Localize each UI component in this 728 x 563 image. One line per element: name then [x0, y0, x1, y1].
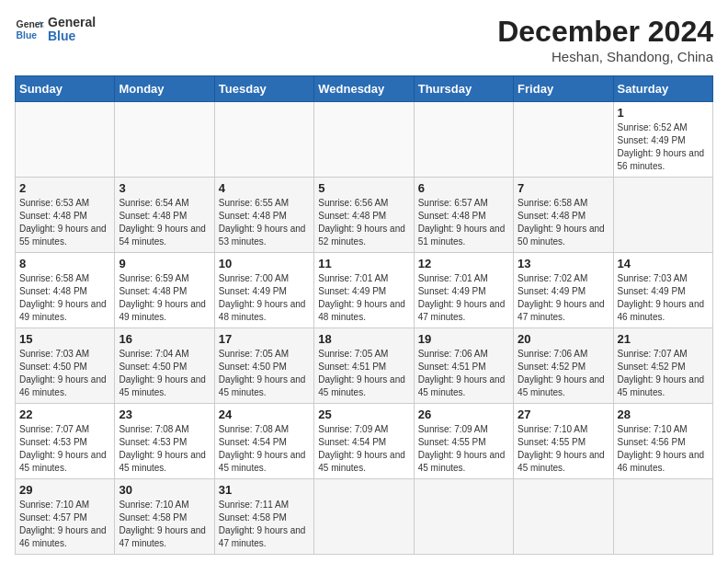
- calendar-cell: [414, 102, 513, 178]
- calendar-header-wednesday: Wednesday: [314, 76, 414, 102]
- calendar-cell: [314, 102, 414, 178]
- day-detail: Sunrise: 6:58 AMSunset: 4:48 PMDaylight:…: [518, 197, 609, 248]
- day-detail: Sunrise: 7:05 AMSunset: 4:50 PMDaylight:…: [219, 348, 310, 399]
- calendar-cell: 17Sunrise: 7:05 AMSunset: 4:50 PMDayligh…: [214, 328, 313, 404]
- day-number: 11: [318, 257, 409, 270]
- day-detail: Sunrise: 6:52 AMSunset: 4:49 PMDaylight:…: [618, 121, 709, 173]
- day-detail: Sunrise: 6:56 AMSunset: 4:48 PMDaylight:…: [318, 197, 409, 248]
- calendar-cell: [613, 479, 712, 555]
- day-number: 8: [19, 257, 110, 270]
- title-block: December 2024 Heshan, Shandong, China: [497, 15, 713, 64]
- day-detail: Sunrise: 7:02 AMSunset: 4:49 PMDaylight:…: [518, 272, 609, 324]
- calendar-cell: 16Sunrise: 7:04 AMSunset: 4:50 PMDayligh…: [115, 328, 214, 404]
- day-detail: Sunrise: 7:08 AMSunset: 4:53 PMDaylight:…: [119, 423, 210, 475]
- calendar-week-4: 15Sunrise: 7:03 AMSunset: 4:50 PMDayligh…: [16, 328, 713, 404]
- calendar-cell: 6Sunrise: 6:57 AMSunset: 4:48 PMDaylight…: [414, 178, 513, 253]
- page-header: General Blue General Blue December 2024 …: [15, 15, 713, 64]
- calendar-cell: 10Sunrise: 7:00 AMSunset: 4:49 PMDayligh…: [214, 253, 313, 328]
- calendar-cell: 7Sunrise: 6:58 AMSunset: 4:48 PMDaylight…: [514, 178, 613, 253]
- calendar-cell: [613, 178, 712, 253]
- calendar-cell: [514, 479, 613, 555]
- day-number: 20: [518, 332, 609, 346]
- logo-icon: General Blue: [15, 15, 44, 44]
- day-detail: Sunrise: 6:58 AMSunset: 4:48 PMDaylight:…: [19, 272, 110, 324]
- day-detail: Sunrise: 7:03 AMSunset: 4:49 PMDaylight:…: [618, 272, 709, 324]
- calendar-cell: 9Sunrise: 6:59 AMSunset: 4:48 PMDaylight…: [115, 253, 214, 328]
- calendar-cell: 12Sunrise: 7:01 AMSunset: 4:49 PMDayligh…: [414, 253, 513, 328]
- logo-general-text: General: [48, 16, 96, 29]
- day-number: 6: [418, 181, 509, 195]
- month-year: December 2024: [497, 15, 713, 49]
- calendar-cell: 30Sunrise: 7:10 AMSunset: 4:58 PMDayligh…: [115, 479, 214, 555]
- day-detail: Sunrise: 7:00 AMSunset: 4:49 PMDaylight:…: [219, 272, 310, 324]
- calendar-cell: 13Sunrise: 7:02 AMSunset: 4:49 PMDayligh…: [514, 253, 613, 328]
- calendar-cell: 2Sunrise: 6:53 AMSunset: 4:48 PMDaylight…: [16, 178, 115, 253]
- calendar-week-1: 1Sunrise: 6:52 AMSunset: 4:49 PMDaylight…: [16, 102, 713, 178]
- day-detail: Sunrise: 6:59 AMSunset: 4:48 PMDaylight:…: [119, 272, 210, 324]
- calendar-cell: 26Sunrise: 7:09 AMSunset: 4:55 PMDayligh…: [414, 404, 513, 479]
- day-number: 13: [518, 257, 609, 270]
- day-number: 9: [119, 257, 210, 270]
- day-number: 21: [618, 332, 709, 346]
- day-detail: Sunrise: 7:01 AMSunset: 4:49 PMDaylight:…: [418, 272, 509, 324]
- calendar-cell: 23Sunrise: 7:08 AMSunset: 4:53 PMDayligh…: [115, 404, 214, 479]
- calendar-cell: [214, 102, 313, 178]
- day-number: 15: [19, 332, 110, 346]
- calendar-cell: 11Sunrise: 7:01 AMSunset: 4:49 PMDayligh…: [314, 253, 414, 328]
- day-detail: Sunrise: 7:10 AMSunset: 4:56 PMDaylight:…: [618, 423, 709, 475]
- day-detail: Sunrise: 7:06 AMSunset: 4:51 PMDaylight:…: [418, 348, 509, 399]
- day-detail: Sunrise: 7:10 AMSunset: 4:58 PMDaylight:…: [119, 499, 210, 550]
- calendar-cell: 1Sunrise: 6:52 AMSunset: 4:49 PMDaylight…: [613, 102, 712, 178]
- day-number: 16: [119, 332, 210, 346]
- day-number: 3: [119, 181, 210, 195]
- calendar-header-tuesday: Tuesday: [214, 76, 313, 102]
- day-detail: Sunrise: 7:09 AMSunset: 4:55 PMDaylight:…: [418, 423, 509, 475]
- day-number: 23: [119, 408, 210, 421]
- day-detail: Sunrise: 7:11 AMSunset: 4:58 PMDaylight:…: [219, 499, 310, 550]
- calendar-cell: 3Sunrise: 6:54 AMSunset: 4:48 PMDaylight…: [115, 178, 214, 253]
- calendar-cell: [115, 102, 214, 178]
- calendar-cell: 20Sunrise: 7:06 AMSunset: 4:52 PMDayligh…: [514, 328, 613, 404]
- day-number: 30: [119, 483, 210, 497]
- svg-text:Blue: Blue: [17, 30, 38, 40]
- calendar-cell: 24Sunrise: 7:08 AMSunset: 4:54 PMDayligh…: [214, 404, 313, 479]
- calendar-header-monday: Monday: [115, 76, 214, 102]
- day-number: 22: [19, 408, 110, 421]
- day-number: 19: [418, 332, 509, 346]
- day-detail: Sunrise: 6:54 AMSunset: 4:48 PMDaylight:…: [119, 197, 210, 248]
- day-detail: Sunrise: 7:04 AMSunset: 4:50 PMDaylight:…: [119, 348, 210, 399]
- logo-blue-text: Blue: [48, 29, 96, 43]
- day-detail: Sunrise: 7:06 AMSunset: 4:52 PMDaylight:…: [518, 348, 609, 399]
- day-detail: Sunrise: 6:55 AMSunset: 4:48 PMDaylight:…: [219, 197, 310, 248]
- calendar-table: SundayMondayTuesdayWednesdayThursdayFrid…: [15, 75, 713, 555]
- location: Heshan, Shandong, China: [497, 49, 713, 64]
- day-detail: Sunrise: 7:01 AMSunset: 4:49 PMDaylight:…: [318, 272, 409, 324]
- day-number: 12: [418, 257, 509, 270]
- calendar-cell: 8Sunrise: 6:58 AMSunset: 4:48 PMDaylight…: [16, 253, 115, 328]
- day-number: 24: [219, 408, 310, 421]
- day-number: 31: [219, 483, 310, 497]
- day-detail: Sunrise: 7:10 AMSunset: 4:55 PMDaylight:…: [518, 423, 609, 475]
- calendar-cell: 15Sunrise: 7:03 AMSunset: 4:50 PMDayligh…: [16, 328, 115, 404]
- calendar-header-row: SundayMondayTuesdayWednesdayThursdayFrid…: [16, 76, 713, 102]
- day-number: 18: [318, 332, 409, 346]
- calendar-week-2: 2Sunrise: 6:53 AMSunset: 4:48 PMDaylight…: [16, 178, 713, 253]
- calendar-cell: [414, 479, 513, 555]
- day-number: 17: [219, 332, 310, 346]
- day-detail: Sunrise: 7:07 AMSunset: 4:52 PMDaylight:…: [618, 348, 709, 399]
- day-detail: Sunrise: 6:57 AMSunset: 4:48 PMDaylight:…: [418, 197, 509, 248]
- day-number: 2: [19, 181, 110, 195]
- day-detail: Sunrise: 7:07 AMSunset: 4:53 PMDaylight:…: [19, 423, 110, 475]
- calendar-cell: 29Sunrise: 7:10 AMSunset: 4:57 PMDayligh…: [16, 479, 115, 555]
- calendar-cell: 19Sunrise: 7:06 AMSunset: 4:51 PMDayligh…: [414, 328, 513, 404]
- day-number: 28: [618, 408, 709, 421]
- calendar-cell: 4Sunrise: 6:55 AMSunset: 4:48 PMDaylight…: [214, 178, 313, 253]
- calendar-header-thursday: Thursday: [414, 76, 513, 102]
- calendar-cell: 22Sunrise: 7:07 AMSunset: 4:53 PMDayligh…: [16, 404, 115, 479]
- calendar-header-sunday: Sunday: [16, 76, 115, 102]
- day-number: 10: [219, 257, 310, 270]
- calendar-week-6: 29Sunrise: 7:10 AMSunset: 4:57 PMDayligh…: [16, 479, 713, 555]
- calendar-cell: 28Sunrise: 7:10 AMSunset: 4:56 PMDayligh…: [613, 404, 712, 479]
- day-number: 1: [618, 106, 709, 120]
- calendar-header-friday: Friday: [514, 76, 613, 102]
